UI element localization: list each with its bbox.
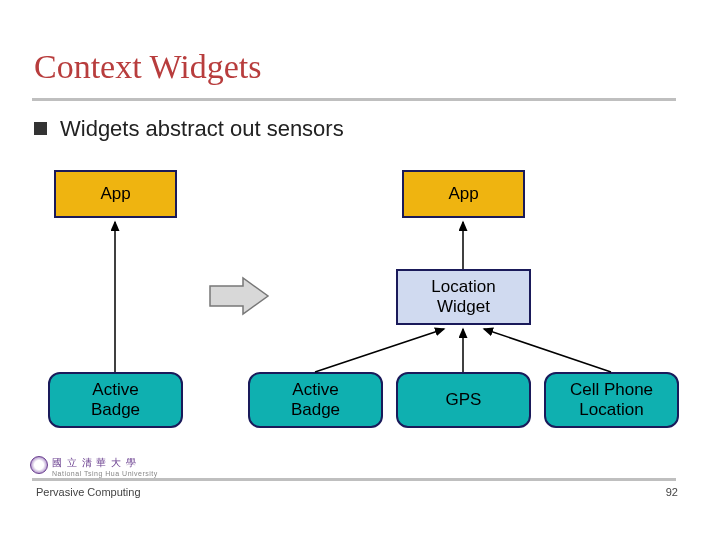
right-app-box: App <box>402 170 525 218</box>
right-sensor-0-box: Active Badge <box>248 372 383 428</box>
right-sensor-1-box: GPS <box>396 372 531 428</box>
slide-number: 92 <box>666 486 678 498</box>
university-emblem-icon <box>30 456 48 474</box>
svg-line-3 <box>315 329 444 372</box>
right-sensor-1-label: GPS <box>446 390 482 410</box>
location-widget-box: Location Widget <box>396 269 531 325</box>
svg-marker-6 <box>210 278 268 314</box>
right-sensor-0-label: Active Badge <box>291 380 340 419</box>
right-sensor-2-box: Cell Phone Location <box>544 372 679 428</box>
university-name: 國 立 清 華 大 學 <box>52 456 137 470</box>
right-sensor-2-label: Cell Phone Location <box>570 380 653 419</box>
left-sensor-label: Active Badge <box>91 380 140 419</box>
footer-left-text: Pervasive Computing <box>36 486 141 498</box>
transition-arrow-icon <box>210 278 268 314</box>
svg-line-5 <box>484 329 611 372</box>
right-app-label: App <box>448 184 478 204</box>
left-sensor-box: Active Badge <box>48 372 183 428</box>
location-widget-label: Location Widget <box>431 277 495 316</box>
university-sub: National Tsing Hua University <box>52 470 158 477</box>
footer-divider <box>32 478 676 481</box>
left-app-box: App <box>54 170 177 218</box>
left-app-label: App <box>100 184 130 204</box>
